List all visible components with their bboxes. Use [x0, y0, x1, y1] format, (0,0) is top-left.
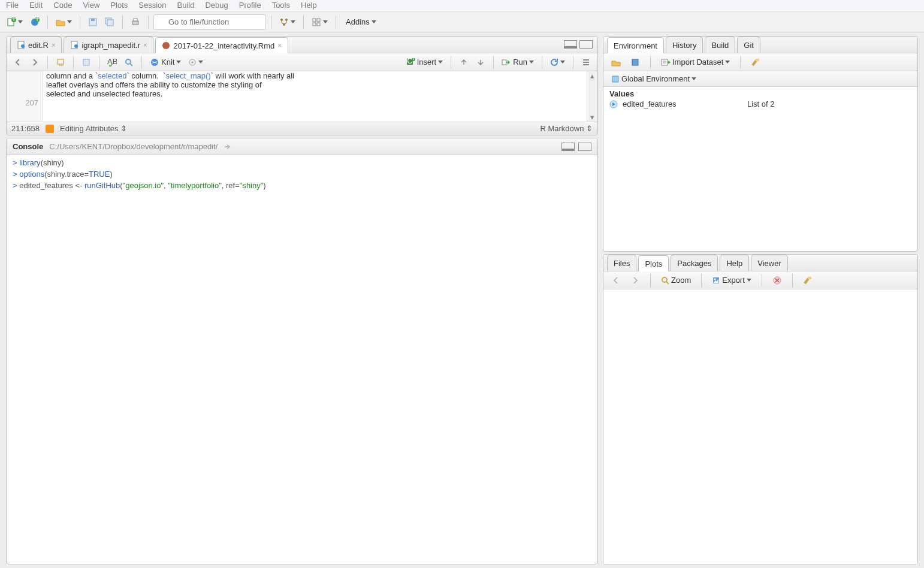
svg-text:+: +: [11, 17, 16, 23]
save-workspace-button[interactable]: [627, 55, 643, 70]
insert-chunk-button[interactable]: C+ Insert: [403, 55, 446, 70]
svg-rect-11: [134, 19, 137, 21]
clear-workspace-button[interactable]: [748, 55, 763, 70]
menu-edit[interactable]: Edit: [29, 0, 43, 11]
plot-next-button[interactable]: [627, 273, 643, 288]
editor-scrollbar[interactable]: ▴▾: [587, 71, 597, 122]
find-replace-button[interactable]: [121, 55, 137, 70]
remove-plot-button[interactable]: [769, 273, 785, 288]
tab-viewer[interactable]: Viewer: [751, 255, 788, 271]
svg-text:+: +: [411, 58, 415, 62]
console-minimize-icon[interactable]: [561, 143, 575, 151]
show-in-new-window-button[interactable]: [53, 55, 68, 70]
load-workspace-button[interactable]: [608, 55, 624, 70]
svg-rect-35: [502, 60, 506, 65]
version-control-button[interactable]: [276, 14, 298, 30]
environment-toolbar: Import Dataset: [603, 53, 917, 71]
menu-plots[interactable]: Plots: [110, 0, 128, 11]
tab-packages[interactable]: Packages: [671, 255, 718, 271]
svg-rect-10: [132, 21, 138, 25]
file-type-indicator[interactable]: R Markdown ⇕: [540, 124, 593, 133]
forward-button[interactable]: [27, 55, 43, 70]
code-editor[interactable]: 207 column and a `selected` column. `sel…: [7, 71, 597, 122]
tab-edit-r[interactable]: edit.R×: [10, 37, 62, 53]
svg-rect-15: [313, 19, 316, 22]
goto-file-function-input[interactable]: [153, 14, 266, 30]
new-project-button[interactable]: +: [27, 14, 43, 30]
close-tab-icon[interactable]: ×: [277, 42, 281, 49]
svg-rect-24: [58, 59, 64, 64]
tab-build[interactable]: Build: [705, 37, 735, 53]
save-source-button[interactable]: [78, 55, 94, 70]
tab-environment[interactable]: Environment: [607, 37, 664, 53]
minimize-pane-icon[interactable]: [564, 40, 577, 49]
tab-git[interactable]: Git: [737, 37, 760, 53]
restart-run-all-button[interactable]: [547, 55, 568, 70]
svg-point-12: [280, 19, 283, 21]
open-file-button[interactable]: [53, 14, 75, 30]
tab-help[interactable]: Help: [720, 255, 749, 271]
env-variable-row[interactable]: edited_features List of 2: [609, 98, 911, 110]
menu-view[interactable]: View: [83, 0, 99, 11]
svg-point-27: [126, 59, 131, 64]
tab-history[interactable]: History: [666, 37, 703, 53]
menu-session[interactable]: Session: [138, 0, 166, 11]
run-button[interactable]: Run: [499, 55, 537, 70]
console-title: Console: [13, 142, 43, 151]
close-tab-icon[interactable]: ×: [143, 41, 147, 49]
plot-canvas: [603, 289, 917, 564]
main-toolbar: + + Addins: [0, 12, 924, 32]
knit-button[interactable]: Knit: [147, 55, 184, 70]
svg-point-23: [162, 42, 170, 49]
outline-button[interactable]: [578, 55, 594, 70]
menu-help[interactable]: Help: [301, 0, 317, 11]
zoom-button[interactable]: Zoom: [658, 273, 694, 288]
save-button[interactable]: [85, 14, 101, 30]
clear-plots-button[interactable]: [800, 273, 816, 288]
menu-file[interactable]: File: [6, 0, 19, 11]
svg-rect-25: [83, 59, 89, 65]
new-file-button[interactable]: +: [4, 14, 26, 30]
svg-rect-16: [317, 19, 320, 22]
export-button[interactable]: Export: [709, 273, 754, 288]
console-output[interactable]: > library(shiny) > options(shiny.trace=T…: [7, 155, 597, 564]
go-next-chunk-button[interactable]: [473, 55, 488, 70]
svg-rect-37: [662, 59, 668, 65]
environment-tabs: EnvironmentHistoryBuildGit: [603, 37, 917, 53]
save-all-button[interactable]: [102, 14, 117, 30]
tab-2017-01-22-interactivity-rmd[interactable]: 2017-01-22_interactivity.Rmd×: [155, 37, 288, 53]
tab-plots[interactable]: Plots: [638, 255, 669, 271]
menu-profile[interactable]: Profile: [239, 0, 261, 11]
close-tab-icon[interactable]: ×: [52, 41, 55, 49]
settings-button[interactable]: [185, 55, 206, 70]
menu-debug[interactable]: Debug: [205, 0, 228, 11]
plot-prev-button[interactable]: [608, 273, 624, 288]
plots-pane: FilesPlotsPackagesHelpViewer Zoom Export: [603, 254, 918, 564]
rmd-file-icon: [162, 41, 170, 50]
menu-build[interactable]: Build: [177, 0, 195, 11]
values-section-header: Values: [609, 89, 911, 98]
tab-files[interactable]: Files: [607, 255, 636, 271]
spellcheck-button[interactable]: ABC: [104, 55, 120, 70]
addins-button[interactable]: Addins: [341, 14, 379, 30]
svg-rect-7: [91, 19, 95, 21]
maximize-pane-icon[interactable]: [579, 40, 593, 49]
console-popout-icon[interactable]: [224, 143, 232, 151]
go-prev-chunk-button[interactable]: [456, 55, 472, 70]
status-mode[interactable]: Editing Attributes ⇕: [60, 124, 127, 133]
environment-scope-selector[interactable]: Global Environment: [608, 71, 699, 87]
panes-button[interactable]: [309, 14, 331, 30]
expand-icon[interactable]: [609, 100, 618, 108]
menu-code[interactable]: Code: [53, 0, 72, 11]
svg-point-20: [21, 44, 25, 48]
console-maximize-icon[interactable]: [578, 143, 591, 151]
svg-text:+: +: [35, 17, 40, 23]
source-status-bar: 211:658 Editing Attributes ⇕ R Markdown …: [7, 122, 597, 135]
print-button[interactable]: [128, 14, 143, 30]
back-button[interactable]: [10, 55, 26, 70]
tab-label: igraph_mapedit.r: [81, 41, 140, 50]
import-dataset-button[interactable]: Import Dataset: [658, 55, 733, 70]
menu-tools[interactable]: Tools: [272, 0, 290, 11]
plots-toolbar: Zoom Export: [603, 271, 917, 289]
tab-igraph-mapedit-r[interactable]: igraph_mapedit.r×: [64, 37, 153, 53]
